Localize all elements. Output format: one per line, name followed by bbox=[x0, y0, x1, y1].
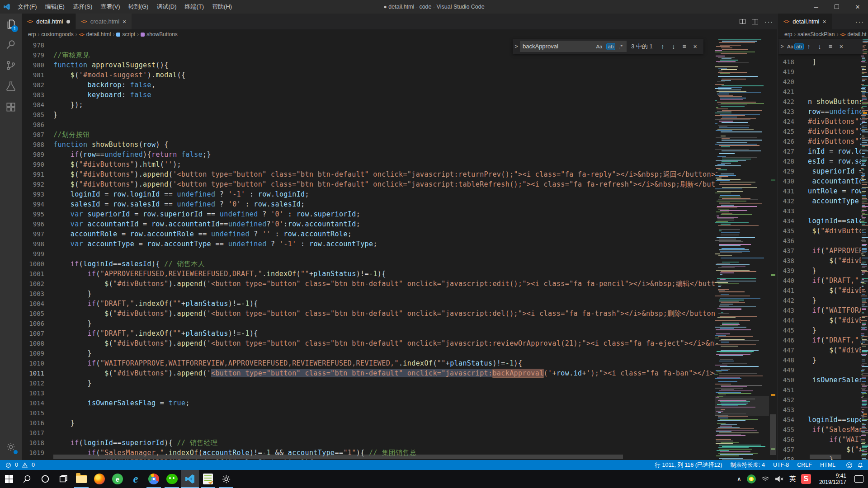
code-line[interactable]: 455 if("SalesMana bbox=[778, 425, 861, 435]
code-line[interactable]: 989 if(row==undefined){return false;} bbox=[22, 150, 715, 160]
sogou-input-icon[interactable]: S bbox=[801, 474, 811, 484]
breadcrumb-item[interactable]: showButtons bbox=[146, 31, 178, 38]
action-center-icon[interactable] bbox=[854, 475, 863, 483]
code-line[interactable]: 439 } bbox=[778, 266, 861, 276]
more-actions-icon[interactable]: ··· bbox=[855, 18, 864, 25]
wechat-icon[interactable] bbox=[163, 470, 181, 488]
vertical-scrollbar[interactable] bbox=[769, 39, 777, 460]
code-line[interactable]: 1010 if("WAITFORAPPROVE,WAITFORREVIEW,AP… bbox=[22, 358, 715, 368]
code-line[interactable]: 1003 } bbox=[22, 289, 715, 299]
code-line[interactable]: 450 isOwnerSalesF bbox=[778, 375, 861, 385]
code-line[interactable]: 1013 bbox=[22, 388, 715, 398]
settings-app-icon[interactable] bbox=[217, 470, 235, 488]
status-item[interactable]: 制表符长度: 4 bbox=[726, 461, 769, 469]
code-line[interactable]: 457 $("#d bbox=[778, 445, 861, 455]
code-line[interactable]: 996 var accountantId = row.accountantId=… bbox=[22, 219, 715, 229]
code-line[interactable]: 984 }); bbox=[22, 100, 715, 110]
code-line[interactable]: 445 } bbox=[778, 325, 861, 335]
explorer-icon[interactable]: 1 bbox=[0, 14, 22, 34]
code-line[interactable]: 1014 isOwnerSalesFlag = true; bbox=[22, 398, 715, 408]
menu-item[interactable]: 查看(V) bbox=[96, 0, 124, 14]
code-line[interactable]: 443 if("WAITFORAP bbox=[778, 305, 861, 315]
tab-detail.html[interactable]: <>detail.html× bbox=[778, 14, 832, 29]
code-line[interactable]: 999 bbox=[22, 249, 715, 259]
code-line[interactable]: 451 bbox=[778, 385, 861, 395]
code-line[interactable]: 998 var accountType = row.accountType ==… bbox=[22, 239, 715, 249]
code-line[interactable]: 422n showButtons( bbox=[778, 97, 861, 107]
menu-item[interactable]: 转到(G) bbox=[124, 0, 153, 14]
chrome-icon[interactable] bbox=[145, 470, 163, 488]
code-line[interactable]: 1007 if("DRAFT,".indexOf(""+planStatus)!… bbox=[22, 328, 715, 338]
code-line[interactable]: 988function showButtons(row) { bbox=[22, 140, 715, 150]
breadcrumb-item[interactable]: erp bbox=[784, 31, 792, 38]
code-line[interactable]: 449 bbox=[778, 365, 861, 375]
minimap[interactable] bbox=[861, 39, 868, 460]
find-next-icon[interactable]: ↓ bbox=[668, 43, 679, 50]
code-editor[interactable]: 418 ]419420421422n showButtons(423row==u… bbox=[778, 39, 861, 460]
code-line[interactable]: 452 bbox=[778, 395, 861, 405]
code-line[interactable]: 987//划分按钮 bbox=[22, 130, 715, 140]
more-actions-icon[interactable]: ··· bbox=[764, 18, 774, 25]
find-previous-icon[interactable]: ↑ bbox=[803, 43, 814, 50]
code-line[interactable]: 994 salesId = row.salesId == undefined ?… bbox=[22, 199, 715, 209]
menu-item[interactable]: 编辑(E) bbox=[41, 0, 69, 14]
code-line[interactable]: 1000 if(loginId==salesId){ // 销售本人 bbox=[22, 259, 715, 269]
tray-chevron-icon[interactable]: ∧ bbox=[737, 475, 741, 483]
taskbar-search-icon[interactable] bbox=[18, 470, 36, 488]
tray-antivirus-icon[interactable]: + bbox=[747, 474, 756, 483]
code-line[interactable]: 1009 } bbox=[22, 348, 715, 358]
code-line[interactable]: 424#divButtons"). bbox=[778, 117, 861, 127]
cortana-icon[interactable] bbox=[36, 470, 54, 488]
whole-word-icon[interactable]: ab bbox=[607, 43, 615, 50]
code-line[interactable]: 441 $("#divBu bbox=[778, 286, 861, 296]
volume-muted-icon[interactable] bbox=[775, 475, 784, 483]
firefox-icon[interactable] bbox=[90, 470, 108, 488]
code-line[interactable]: 990 $("#divButtons").html(''); bbox=[22, 160, 715, 169]
find-in-selection-icon[interactable]: ≡ bbox=[825, 43, 836, 50]
code-line[interactable]: 435 $("#divButton bbox=[778, 226, 861, 236]
notifications-bell-icon[interactable] bbox=[855, 462, 868, 469]
code-line[interactable]: 444 $("#divBu bbox=[778, 315, 861, 325]
tab-close-icon[interactable]: × bbox=[823, 18, 826, 25]
minimap[interactable] bbox=[715, 39, 769, 460]
code-line[interactable]: 434loginId==sales bbox=[778, 216, 861, 226]
notepad-editor-icon[interactable] bbox=[199, 470, 217, 488]
modified-dot-icon[interactable] bbox=[66, 20, 70, 23]
code-line[interactable]: 983 keyboard: false bbox=[22, 90, 715, 100]
code-line[interactable]: 431untRole = row bbox=[778, 186, 861, 196]
vscode-taskbar-icon[interactable] bbox=[181, 470, 199, 488]
code-editor[interactable]: 978979//审核意见980function approvalSuggest(… bbox=[22, 39, 715, 460]
find-in-selection-icon[interactable]: ≡ bbox=[679, 43, 690, 50]
code-line[interactable]: 1008 $("#divButtons").append('<button ty… bbox=[22, 338, 715, 348]
code-line[interactable]: 1012 } bbox=[22, 378, 715, 388]
code-line[interactable]: 980function approvalSuggest(){ bbox=[22, 60, 715, 70]
task-view-icon[interactable] bbox=[54, 470, 72, 488]
tab-create.html[interactable]: <>create.html× bbox=[76, 14, 132, 29]
internet-explorer-icon[interactable]: e bbox=[127, 470, 145, 488]
whole-word-icon[interactable]: ab bbox=[795, 43, 803, 50]
code-line[interactable]: 437 if("APPROVERE bbox=[778, 246, 861, 256]
code-line[interactable]: 1001 if("APPROVEREFUSED,REVIEWEREFUSED,D… bbox=[22, 269, 715, 279]
menu-item[interactable]: 选择(S) bbox=[69, 0, 96, 14]
code-line[interactable]: 1015 bbox=[22, 408, 715, 418]
browser-360-icon[interactable]: e bbox=[108, 470, 127, 488]
start-button[interactable] bbox=[0, 470, 18, 488]
code-line[interactable]: 423row==undefined bbox=[778, 107, 861, 117]
close-button[interactable]: ✕ bbox=[847, 0, 868, 14]
find-close-icon[interactable]: × bbox=[690, 43, 701, 50]
code-line[interactable]: 433 bbox=[778, 206, 861, 216]
code-line[interactable]: 427inId = row.log bbox=[778, 146, 861, 156]
code-line[interactable]: 1004 if("DRAFT,".indexOf(""+planStatus)!… bbox=[22, 299, 715, 309]
breadcrumb-item[interactable]: customgoods bbox=[41, 31, 73, 38]
menu-item[interactable]: 调试(D) bbox=[152, 0, 180, 14]
code-line[interactable]: 418 ] bbox=[778, 57, 861, 67]
code-line[interactable]: 436 bbox=[778, 236, 861, 246]
code-line[interactable]: 446 if("DRAFT,".i bbox=[778, 335, 861, 345]
code-line[interactable]: 982 backdrop: false, bbox=[22, 80, 715, 90]
code-line[interactable]: 420 bbox=[778, 77, 861, 87]
search-icon[interactable] bbox=[0, 34, 22, 55]
code-line[interactable]: 995 var superiorId = row.superiorId == u… bbox=[22, 209, 715, 219]
match-case-icon[interactable]: Aa bbox=[786, 43, 795, 50]
split-editor-icon[interactable] bbox=[740, 19, 745, 24]
code-line[interactable]: 1006 } bbox=[22, 319, 715, 328]
